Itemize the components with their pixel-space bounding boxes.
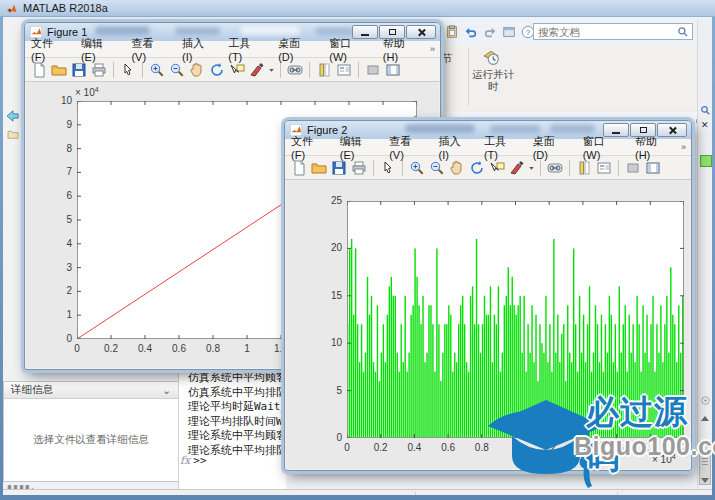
- menu-overflow-icon[interactable]: »: [430, 44, 435, 54]
- y-tick-label: 10: [306, 337, 342, 348]
- new-document-icon[interactable]: [289, 158, 309, 177]
- search-small-icon[interactable]: [700, 102, 711, 120]
- minimize-button[interactable]: [352, 25, 378, 39]
- glass-reflection: [175, 27, 220, 35]
- editor-marker-icon[interactable]: [700, 155, 712, 167]
- command-prompt-row[interactable]: fx >>: [180, 454, 207, 467]
- y-tick-label: 5: [306, 385, 342, 396]
- open-folder-icon[interactable]: [49, 60, 69, 79]
- close-button[interactable]: [406, 25, 436, 39]
- zoom-out-icon[interactable]: [427, 158, 447, 177]
- close-button[interactable]: [657, 123, 687, 137]
- matlab-titlebar[interactable]: MATLAB R2018a: [0, 0, 715, 17]
- glass-reflection: [490, 125, 540, 133]
- edit-plot-icon[interactable]: [118, 60, 138, 79]
- glass-reflection: [95, 26, 150, 35]
- rotate-3d-icon[interactable]: [207, 60, 227, 79]
- pan-icon[interactable]: [187, 60, 207, 79]
- hide-plot-tools-icon[interactable]: [363, 60, 383, 79]
- rotate-3d-icon[interactable]: [467, 158, 487, 177]
- maximize-button[interactable]: [379, 25, 405, 39]
- show-plot-tools-icon[interactable]: [643, 158, 663, 177]
- back-arrow-icon[interactable]: [6, 108, 20, 126]
- link-plots-icon[interactable]: [285, 60, 305, 79]
- menu-item-4[interactable]: 工具(T): [484, 134, 519, 161]
- run-and-time-label[interactable]: 运行并计时: [472, 68, 514, 92]
- print-icon[interactable]: [89, 60, 109, 79]
- svg-text:?: ?: [525, 28, 530, 37]
- menu-item-0[interactable]: 文件(F): [31, 36, 67, 63]
- close-icon: [668, 126, 676, 134]
- scroll-up-icon[interactable]: [701, 416, 709, 421]
- print-icon[interactable]: [349, 158, 369, 177]
- zoom-in-icon[interactable]: [147, 60, 167, 79]
- open-folder-icon[interactable]: [309, 158, 329, 177]
- insert-legend-icon[interactable]: [594, 158, 614, 177]
- edit-plot-icon[interactable]: [378, 158, 398, 177]
- undo-icon[interactable]: [462, 24, 479, 41]
- close-panel-icon[interactable]: ✕: [701, 120, 709, 130]
- show-plot-tools-icon[interactable]: [383, 60, 403, 79]
- save-icon[interactable]: [329, 158, 349, 177]
- insert-legend-icon[interactable]: [334, 60, 354, 79]
- details-header-label: 详细信息: [11, 383, 53, 397]
- menu-item-6[interactable]: 窗口(W): [329, 36, 369, 63]
- menu-item-0[interactable]: 文件(F): [291, 134, 326, 161]
- status-bar: 脚本 行 10 列 40 ⋰: [3, 489, 712, 495]
- menu-item-1[interactable]: 编辑(E): [340, 134, 375, 161]
- paste-icon[interactable]: [443, 24, 460, 41]
- y-tick-label: 0: [306, 432, 342, 443]
- y-tick-label: 4: [36, 238, 72, 249]
- x-tick-label: 1.8: [633, 442, 667, 453]
- ribbon-strip: 行节 进 运行并计时: [428, 44, 712, 113]
- menu-item-1[interactable]: 编辑(E): [81, 36, 118, 63]
- search-input[interactable]: [534, 26, 677, 38]
- scroll-down-icon[interactable]: [701, 478, 709, 483]
- caret-down-icon[interactable]: [267, 60, 276, 79]
- menu-item-3[interactable]: 插入(I): [182, 36, 214, 63]
- menu-item-7[interactable]: 帮助(H): [635, 134, 671, 161]
- zoom-out-icon[interactable]: [167, 60, 187, 79]
- toolbar-separator: [280, 62, 281, 78]
- new-document-icon[interactable]: [29, 60, 49, 79]
- menu-item-4[interactable]: 工具(T): [228, 36, 264, 63]
- link-plots-icon[interactable]: [545, 158, 565, 177]
- collapse-chevron-icon[interactable]: ⌄: [162, 384, 171, 396]
- insert-colorbar-icon[interactable]: [314, 60, 334, 79]
- data-cursor-icon[interactable]: [487, 158, 507, 177]
- search-icon[interactable]: [677, 26, 689, 38]
- brush-icon[interactable]: [507, 158, 527, 177]
- pan-icon[interactable]: [447, 158, 467, 177]
- menu-item-3[interactable]: 插入(I): [439, 134, 470, 161]
- menu-overflow-icon[interactable]: »: [681, 142, 686, 152]
- minimize-button[interactable]: [603, 123, 629, 137]
- redo-icon[interactable]: [481, 24, 498, 41]
- brush-icon[interactable]: [247, 60, 267, 79]
- zoom-in-icon[interactable]: [407, 158, 427, 177]
- command-window[interactable]: 仿真系统中平均顾客数仿真系统中平均排队顾理论平均时延Wait_ti理论平均排队时…: [178, 365, 286, 489]
- menu-item-6[interactable]: 窗口(W): [583, 134, 621, 161]
- details-header[interactable]: 详细信息 ⌄: [4, 382, 178, 399]
- data-cursor-icon[interactable]: [227, 60, 247, 79]
- run-and-time-icon[interactable]: [482, 48, 500, 70]
- insert-colorbar-icon[interactable]: [574, 158, 594, 177]
- folder-small-icon[interactable]: [7, 125, 19, 143]
- doc-search-box[interactable]: [533, 23, 693, 40]
- hide-plot-tools-icon[interactable]: [623, 158, 643, 177]
- menu-item-5[interactable]: 桌面(D): [278, 36, 315, 63]
- new-window-icon[interactable]: [500, 24, 517, 41]
- y-tick-label: 3: [36, 262, 72, 273]
- x-tick-label: 0: [330, 442, 364, 453]
- figure2-plot[interactable]: [347, 201, 684, 438]
- save-icon[interactable]: [69, 60, 89, 79]
- menu-item-2[interactable]: 查看(V): [389, 134, 424, 161]
- menu-item-7[interactable]: 帮助(H): [383, 36, 420, 63]
- caret-down-icon[interactable]: [527, 158, 536, 177]
- figure2-canvas[interactable]: 00.20.40.60.811.21.41.61.820510152025× 1…: [286, 180, 690, 469]
- menu-item-2[interactable]: 查看(V): [131, 36, 168, 63]
- menu-item-5[interactable]: 桌面(D): [533, 134, 569, 161]
- maximize-button[interactable]: [630, 123, 656, 137]
- prompt-chevrons: >>: [193, 454, 206, 467]
- scroll-origin-icon[interactable]: [700, 392, 711, 410]
- toolbar-separator: [358, 62, 359, 78]
